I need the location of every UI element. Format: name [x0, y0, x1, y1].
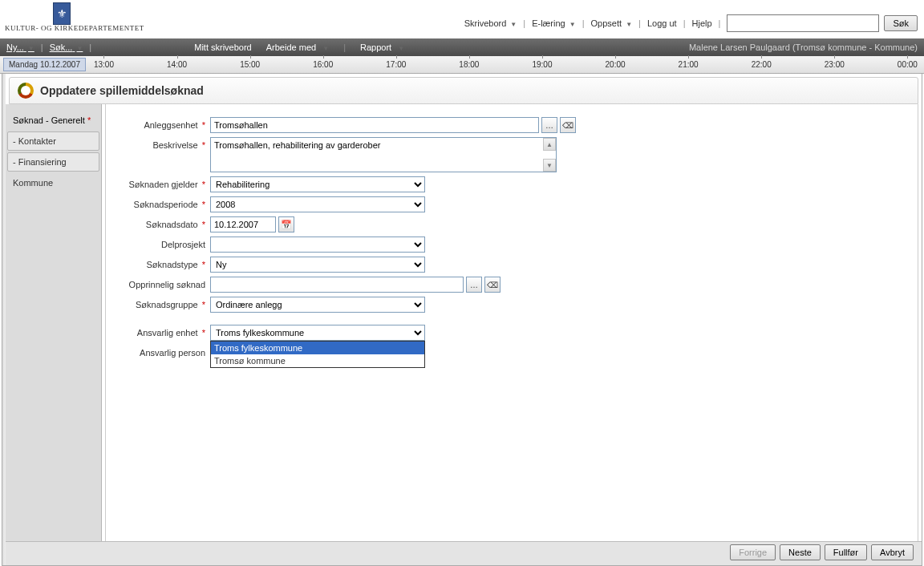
input-opprinnelig[interactable] [210, 277, 464, 293]
top-right-controls: Skrivebord ▼| E-læring ▼| Oppsett ▼| Log… [463, 5, 918, 32]
input-dato[interactable] [210, 216, 276, 232]
app-logo-icon [18, 83, 34, 99]
logo-block: ⚜ Kultur- og Kirkedepartementet [6, 5, 71, 25]
select-delprosjekt[interactable] [210, 237, 425, 253]
form-area: Anleggsenhet * … ⌫ Beskrivelse * ▲▼ [105, 104, 918, 562]
textarea-scrollbar[interactable]: ▲▼ [543, 138, 556, 172]
dark-toolbar: Ny... ▼ | Søk... ▼ | Mitt skrivebord Arb… [0, 38, 924, 56]
dropdown-list-enhet[interactable]: Troms fylkeskommune Tromsø kommune [210, 341, 425, 368]
clear-button[interactable]: ⌫ [560, 117, 576, 133]
calendar-icon[interactable]: 📅 [278, 216, 294, 232]
menu-loggut[interactable]: Logg ut [646, 17, 679, 30]
footer-strip: Forrige Neste Fullfør Avbryt [6, 541, 922, 565]
label-person: Ansvarlig person [122, 345, 210, 358]
select-periode[interactable]: 2008 [210, 196, 425, 212]
tab-finansiering[interactable]: - Finansiering [7, 152, 99, 172]
menu-skrivebord[interactable]: Skrivebord ▼ [463, 17, 519, 30]
clear-button-opprinnelig[interactable]: ⌫ [484, 277, 500, 293]
tab-kommune[interactable]: Kommune [7, 173, 99, 192]
input-beskrivelse[interactable] [210, 137, 557, 172]
button-forrige[interactable]: Forrige [730, 544, 776, 560]
select-gruppe[interactable]: Ordinære anlegg [210, 297, 425, 313]
timeline-bar: Mandag 10.12.2007 13:00 14:00 15:00 16:0… [0, 56, 924, 74]
side-panel: Søknad - Generelt * - Kontakter - Finans… [6, 104, 102, 565]
lookup-button-opprinnelig[interactable]: … [466, 277, 482, 293]
wizard-buttons: Forrige Neste Fullfør Avbryt [730, 544, 914, 560]
lookup-button[interactable]: … [541, 117, 557, 133]
main-area: Oppdatere spillemiddelsøknad Søknad - Ge… [2, 74, 922, 566]
button-fullfor[interactable]: Fullfør [825, 544, 867, 560]
button-avbryt[interactable]: Avbryt [871, 544, 914, 560]
label-opprinnelig: Opprinnelig søknad [122, 277, 210, 289]
label-anleggsenhet: Anleggsenhet * [122, 117, 210, 130]
button-neste[interactable]: Neste [780, 544, 821, 560]
toolbar-arbeide-med[interactable]: Arbeide med ▼ [266, 42, 329, 52]
input-anleggsenhet[interactable] [210, 117, 539, 133]
scroll-up-icon[interactable]: ▲ [543, 138, 556, 151]
user-context: Malene Larsen Paulgaard (Tromsø kommune … [689, 42, 918, 52]
top-menu: Skrivebord ▼| E-læring ▼| Oppsett ▼| Log… [463, 17, 723, 30]
page-header: Oppdatere spillemiddelsøknad [9, 77, 918, 104]
tab-kontakter[interactable]: - Kontakter [7, 131, 99, 151]
scroll-down-icon[interactable]: ▼ [543, 159, 556, 172]
chevron-down-icon: ▼ [510, 21, 517, 28]
select-gjelder[interactable]: Rehabilitering [210, 176, 425, 192]
toolbar-rapport[interactable]: Rapport ▼ [360, 42, 404, 52]
dropdown-option[interactable]: Tromsø kommune [211, 354, 424, 367]
label-beskrivelse: Beskrivelse * [122, 137, 210, 150]
toolbar-ny[interactable]: Ny... ▼ [6, 42, 34, 52]
timeline-hours: 13:00 14:00 15:00 16:00 17:00 18:00 19:0… [94, 60, 924, 69]
menu-oppsett[interactable]: Oppsett ▼ [590, 17, 634, 30]
menu-hjelp[interactable]: Hjelp [691, 17, 714, 30]
search-input[interactable] [727, 14, 879, 32]
timeline-date[interactable]: Mandag 10.12.2007 [3, 58, 86, 71]
top-header: ⚜ Kultur- og Kirkedepartementet Skrivebo… [0, 0, 924, 38]
dropdown-option[interactable]: Troms fylkeskommune [211, 342, 424, 354]
page-title: Oppdatere spillemiddelsøknad [40, 84, 204, 97]
coat-of-arms-icon: ⚜ [53, 2, 71, 25]
label-dato: Søknadsdato * [122, 216, 210, 229]
chevron-down-icon: ▼ [569, 21, 576, 28]
toolbar-mitt-skrivebord[interactable]: Mitt skrivebord [194, 42, 252, 52]
tab-soknad-generelt[interactable]: Søknad - Generelt * [7, 111, 99, 130]
toolbar-sok[interactable]: Søk... ▼ [50, 42, 83, 52]
label-delprosjekt: Delprosjekt [122, 237, 210, 249]
menu-elaering[interactable]: E-læring ▼ [530, 17, 578, 30]
department-name: Kultur- og Kirkedepartementet [5, 24, 144, 34]
label-periode: Søknadsperiode * [122, 196, 210, 209]
label-enhet: Ansvarlig enhet * [122, 325, 210, 338]
label-gjelder: Søknaden gjelder * [122, 176, 210, 189]
label-type: Søknadstype * [122, 257, 210, 269]
search-button[interactable]: Søk [884, 15, 918, 31]
label-gruppe: Søknadsgruppe * [122, 297, 210, 309]
chevron-down-icon: ▼ [626, 21, 632, 28]
select-ansvarlig-enhet[interactable]: Troms fylkeskommune [210, 325, 425, 341]
select-type[interactable]: Ny [210, 257, 425, 273]
content: Oppdatere spillemiddelsøknad Søknad - Ge… [6, 74, 922, 565]
